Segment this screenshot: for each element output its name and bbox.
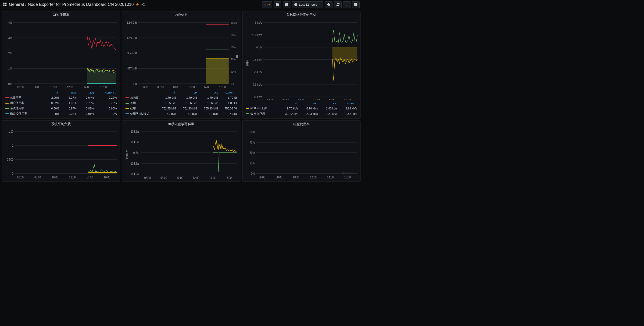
panel-title: 内存信息 [122, 12, 240, 18]
legend-row[interactable]: 系统使用率0.50%0.97%0.82%0.60% [4, 106, 118, 111]
svg-text:12:00: 12:00 [310, 175, 316, 179]
svg-text:14:00: 14:00 [327, 175, 334, 179]
svg-line-8 [142, 5, 144, 5]
svg-text:0: 0 [12, 172, 13, 176]
svg-text:20 kB/s: 20 kB/s [130, 130, 139, 134]
legend-row[interactable]: 磁盘IO使用率0%0.02%0.01%0% [4, 111, 118, 116]
svg-text:50%: 50% [250, 151, 255, 155]
chart-cpu[interactable]: 0% 1% 2% 3% 4% 06:00 08:00 10:00 12:00 1… [4, 19, 118, 89]
svg-text:08:00: 08:00 [276, 175, 282, 179]
panel-title: 每秒网络带宽使用All [242, 12, 360, 18]
svg-text:0 b/s: 0 b/s [256, 46, 262, 49]
panel-grid: CPU使用率 0% 1% 2% 3% 4% 06:00 [0, 9, 362, 184]
info-icon[interactable]: ⓘ [124, 122, 126, 125]
breadcrumb-separator: / [25, 2, 26, 7]
legend-row[interactable]: eth0_out上传1.76 kb/s6.70 kb/s2.40 kb/s2.8… [244, 106, 358, 111]
svg-text:0%: 0% [251, 172, 255, 176]
chevron-down-icon: ⌄ [346, 3, 348, 6]
svg-text:25%: 25% [250, 161, 255, 165]
svg-text:20%: 20% [231, 70, 236, 74]
legend-header-max[interactable]: max [60, 90, 78, 95]
svg-text:16:00: 16:00 [225, 176, 232, 180]
svg-text:10:00: 10:00 [298, 99, 304, 100]
panel-load[interactable]: 系统平均负载 0 0.500 1 1.50 06:00 08:00 10:00 … [2, 120, 120, 182]
svg-text:1%: 1% [8, 67, 12, 70]
legend-row[interactable]: 用户使用率0.52%1.02%0.78%0.78% [4, 100, 118, 106]
panel-memory[interactable]: 内存信息 0 B 477 MiB 954 MiB 1.40 GiB 1.86 G… [122, 11, 240, 119]
svg-text:10:00: 10:00 [50, 85, 57, 89]
panel-title: 系统平均负载 [2, 121, 120, 127]
svg-text:5 kb/s: 5 kb/s [255, 21, 262, 24]
svg-text:08:00: 08:00 [160, 176, 167, 180]
svg-line-15 [329, 5, 330, 6]
breadcrumb-title[interactable]: Node Exporter for Prometheus Dashboard C… [28, 2, 134, 7]
svg-point-6 [144, 5, 144, 6]
zoom-out-button[interactable] [325, 2, 332, 8]
chart-disk-usage[interactable]: 0% 25% 50% 75% 100% 06:00 08:00 10:00 12… [244, 128, 358, 180]
add-panel-button[interactable]: + [262, 2, 272, 8]
legend-header-avg[interactable]: avg [78, 90, 95, 95]
chart-disk-io[interactable]: 20 kB/s 10 kB/s 0 B/s -10 kB/s -20 kB/s … [124, 128, 238, 180]
svg-text:12:00: 12:00 [69, 175, 76, 179]
legend-header-current[interactable]: current ⌄ [95, 90, 118, 95]
refresh-interval-dropdown[interactable]: ⌄ [343, 2, 350, 8]
svg-text:0.500: 0.500 [7, 158, 14, 162]
panel-disk-io[interactable]: ⓘ 每秒磁盘读写容量 20 kB/s 10 kB/s 0 B/s -10 kB/… [122, 120, 240, 182]
svg-line-7 [142, 3, 144, 4]
star-icon[interactable]: ★ [136, 2, 139, 7]
svg-text:100%: 100% [231, 21, 238, 25]
svg-text:1.40 GiB: 1.40 GiB [127, 36, 137, 40]
svg-text:14:00: 14:00 [329, 99, 335, 100]
legend-row[interactable]: 已用752.55 MiB761.30 MiB755.80 MiB756.09 M… [124, 106, 238, 111]
breadcrumb-folder[interactable]: General [9, 2, 24, 7]
refresh-button[interactable] [334, 2, 342, 8]
svg-text:75%: 75% [250, 141, 255, 145]
svg-rect-10 [266, 4, 266, 6]
svg-text:0%: 0% [8, 82, 12, 86]
settings-button[interactable] [283, 2, 290, 8]
save-button[interactable] [274, 2, 281, 8]
tv-mode-button[interactable] [352, 2, 360, 8]
breadcrumb: General / Node Exporter for Prometheus D… [9, 2, 134, 7]
svg-text:08:00: 08:00 [158, 85, 164, 89]
svg-point-5 [142, 4, 142, 5]
panel-cpu[interactable]: CPU使用率 0% 1% 2% 3% 4% 06:00 [2, 11, 120, 119]
svg-text:-5 kb/s: -5 kb/s [254, 70, 262, 74]
panel-title: 磁盘使用率 [242, 121, 360, 127]
dashboard-header: General / Node Exporter for Prometheus D… [0, 0, 362, 9]
svg-text:14:00: 14:00 [84, 85, 90, 89]
legend-row[interactable]: 总使用率2.00%3.27%2.64%2.22% [4, 95, 118, 100]
svg-text:16:00: 16:00 [104, 175, 110, 179]
share-icon[interactable] [141, 2, 145, 7]
svg-text:12:00: 12:00 [188, 85, 195, 89]
svg-text:-10 kB/s: -10 kB/s [130, 162, 139, 166]
svg-text:14:00: 14:00 [86, 175, 93, 179]
panel-network[interactable]: 每秒网络带宽使用All 5 kb/s 2.50 kb/s 0 b/s [242, 11, 360, 119]
svg-text:16:00: 16:00 [100, 85, 107, 89]
svg-text:954 MiB: 954 MiB [127, 52, 137, 55]
svg-rect-58 [206, 59, 229, 84]
svg-text:2%: 2% [8, 52, 12, 55]
legend-row[interactable]: 使用率 (right-y)41.15%41.15%41.15%41.15 [124, 111, 238, 116]
svg-text:10:00: 10:00 [52, 175, 58, 179]
legend-header-min[interactable]: min [43, 90, 60, 95]
dashboard-grid-icon[interactable] [3, 2, 7, 7]
svg-text:0%: 0% [231, 82, 234, 86]
legend-memory: min max avg current ⌄ 总内存1.79 GiB1.79 Gi… [124, 90, 238, 116]
time-range-picker[interactable]: Last 12 hours ⌄ [292, 2, 324, 8]
svg-text:3%: 3% [8, 36, 12, 40]
svg-rect-3 [5, 5, 6, 6]
svg-text:06:00: 06:00 [17, 85, 24, 89]
svg-text:10 kB/s: 10 kB/s [130, 140, 139, 144]
legend-row[interactable]: 总内存1.79 GiB1.79 GiB1.79 GiB1.79 Gi [124, 95, 238, 100]
chart-network[interactable]: 5 kb/s 2.50 kb/s 0 b/s -2.5 kb/s -5 kb/s… [244, 19, 358, 100]
legend-row[interactable]: 可用1.05 GiB1.06 GiB1.06 GiB1.06 Gi [124, 100, 238, 106]
chart-load[interactable]: 0 0.500 1 1.50 06:00 08:00 10:00 12:00 1… [4, 128, 118, 180]
panel-disk-usage[interactable]: 磁盘使用率 0% 25% 50% 75% 100% 06:00 08:00 10… [242, 120, 360, 182]
svg-text:-10 kb/s: -10 kb/s [252, 95, 262, 99]
svg-text:上传（-）/下载（+）: 上传（-）/下载（+） [246, 59, 249, 66]
svg-text:12:00: 12:00 [193, 176, 199, 180]
legend-row[interactable]: eth0_in下载307.94 b/s2.83 kb/s1.21 kb/s2.5… [244, 111, 358, 116]
chart-memory[interactable]: 0 B 477 MiB 954 MiB 1.40 GiB 1.86 GiB 0%… [124, 19, 238, 89]
time-range-label: Last 12 hours [299, 3, 317, 6]
